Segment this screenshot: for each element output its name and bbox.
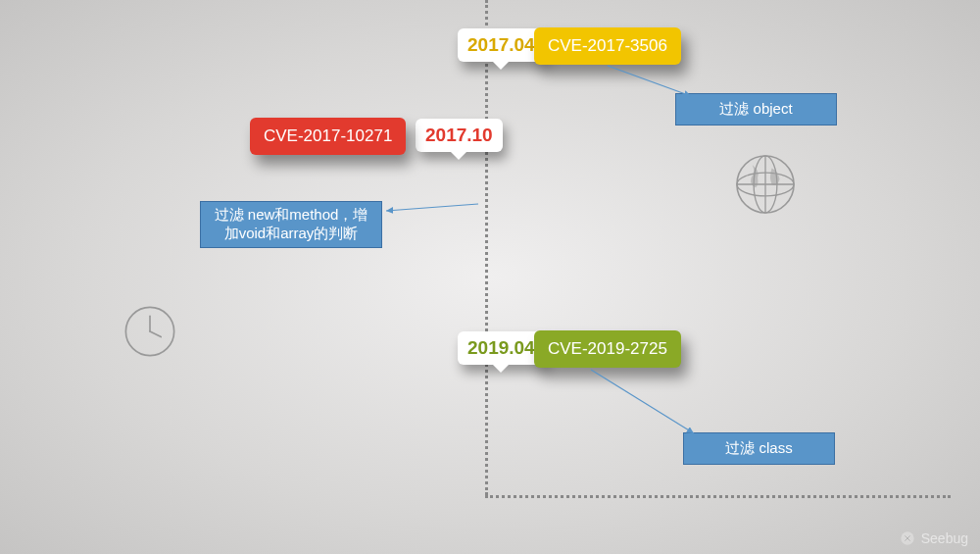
note-filter-object: 过滤 object (675, 93, 837, 126)
date-label: 2017.04 (467, 34, 535, 55)
note-filter-class: 过滤 class (683, 432, 835, 465)
brand-watermark: Seebug (900, 530, 968, 546)
date-pill-2017-10: 2017.10 (416, 119, 503, 152)
note-filter-new-method: 过滤 new和method，增 加void和array的判断 (200, 201, 382, 248)
date-label: 2019.04 (467, 337, 535, 358)
date-pill-2019-04: 2019.04 (458, 331, 545, 365)
bug-icon (900, 530, 915, 546)
cve-label-2017-10271: CVE-2017-10271 (250, 118, 406, 155)
cve-label-2017-3506: CVE-2017-3506 (534, 27, 681, 65)
cve-label-2019-2725: CVE-2019-2725 (534, 330, 681, 368)
svg-line-2 (591, 370, 694, 433)
note-text: 过滤 object (719, 100, 792, 117)
arrow-to-note-3 (586, 365, 704, 441)
svg-line-0 (608, 66, 691, 96)
svg-line-5 (150, 331, 161, 337)
note-line-2: 加void和array的判断 (207, 225, 375, 243)
timeline-vertical-axis (485, 0, 488, 495)
cve-text: CVE-2017-3506 (548, 36, 667, 55)
brand-text: Seebug (921, 530, 968, 546)
note-text: 过滤 class (725, 439, 792, 456)
arrow-to-note-2 (380, 199, 484, 253)
cve-text: CVE-2019-2725 (548, 339, 667, 358)
clock-icon (122, 304, 177, 359)
cve-text: CVE-2017-10271 (264, 126, 392, 145)
timeline-horizontal-axis (485, 495, 951, 498)
note-line-1: 过滤 new和method，增 (207, 206, 375, 225)
svg-line-1 (386, 204, 478, 211)
date-pill-2017-04: 2017.04 (458, 28, 545, 62)
globe-icon (733, 152, 798, 217)
date-label: 2017.10 (425, 125, 493, 145)
